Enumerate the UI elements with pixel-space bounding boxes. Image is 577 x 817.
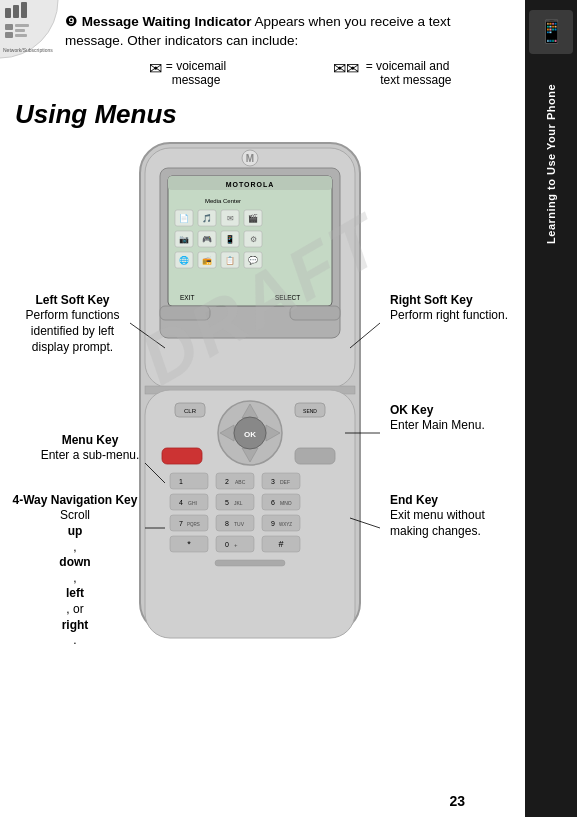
svg-text:🌐: 🌐 — [179, 255, 189, 265]
svg-text:DEF: DEF — [280, 479, 290, 485]
right-sidebar: 📱 Learning to Use Your Phone — [525, 0, 577, 817]
svg-text:M: M — [246, 153, 254, 164]
indicator-title: Message Waiting Indicator — [82, 14, 252, 29]
sidebar-icon-box: 📱 — [529, 10, 573, 54]
svg-text:OK: OK — [244, 430, 256, 439]
four-way-key-title: 4-Way Navigation Key — [10, 493, 140, 509]
svg-text:0: 0 — [225, 541, 229, 548]
right-soft-key-title: Right Soft Key — [390, 293, 520, 309]
menu-key-title: Menu Key — [40, 433, 140, 449]
svg-text:7: 7 — [179, 520, 183, 527]
svg-text:#: # — [278, 539, 283, 549]
svg-text:JKL: JKL — [234, 500, 243, 506]
svg-rect-96 — [215, 560, 285, 566]
svg-rect-47 — [290, 306, 340, 320]
svg-text:6: 6 — [271, 499, 275, 506]
svg-text:2: 2 — [225, 478, 229, 485]
ok-key-title: OK Key — [390, 403, 520, 419]
four-way-key-label: 4-Way Navigation Key Scroll up, down,lef… — [10, 493, 140, 649]
svg-text:9: 9 — [271, 520, 275, 527]
svg-text:TUV: TUV — [234, 521, 245, 527]
menu-key-body: Enter a sub-menu. — [41, 448, 140, 462]
svg-text:8: 8 — [225, 520, 229, 527]
using-menus-heading: Using Menus — [15, 99, 515, 130]
indicator-grid: ✉ = voicemailmessage ✉✉ = voicemail and … — [85, 59, 495, 87]
indicator-item-both: ✉✉ = voicemail and text message — [333, 59, 453, 87]
svg-text:🎵: 🎵 — [202, 213, 212, 223]
phone-icon: 📱 — [538, 19, 565, 45]
svg-text:✉: ✉ — [227, 214, 234, 223]
svg-text:EXIT: EXIT — [180, 294, 194, 301]
svg-text:📄: 📄 — [179, 213, 189, 223]
main-content: ❾ Message Waiting Indicator Appears when… — [0, 0, 525, 817]
end-key-title: End Key — [390, 493, 520, 509]
right-soft-key-body: Perform right function. — [390, 308, 508, 322]
svg-text:📷: 📷 — [179, 234, 189, 244]
indicator-section: ❾ Message Waiting Indicator Appears when… — [65, 13, 505, 87]
svg-text:🎮: 🎮 — [202, 234, 212, 244]
right-soft-key-label: Right Soft Key Perform right function. — [390, 293, 520, 324]
left-soft-key-title: Left Soft Key — [15, 293, 130, 309]
svg-text:🎬: 🎬 — [248, 213, 258, 223]
svg-rect-46 — [160, 306, 210, 320]
svg-rect-59 — [162, 448, 202, 464]
four-way-key-body: Scroll up, down,left, or right. — [10, 508, 140, 647]
both-symbol: ✉✉ — [333, 59, 359, 78]
svg-rect-63 — [170, 473, 208, 489]
svg-text:3: 3 — [271, 478, 275, 485]
end-key-label: End Key Exit menu without making changes… — [390, 493, 520, 540]
svg-text:Media Center: Media Center — [205, 198, 241, 204]
left-soft-key-label: Left Soft Key Perform functions identifi… — [15, 293, 130, 355]
left-soft-key-body: Perform functions identified by left dis… — [25, 308, 119, 353]
svg-text:5: 5 — [225, 499, 229, 506]
svg-rect-62 — [295, 448, 335, 464]
page-number: 23 — [449, 793, 465, 809]
svg-text:*: * — [187, 539, 191, 549]
voicemail-symbol: ✉ — [149, 59, 162, 78]
svg-text:SEND: SEND — [303, 408, 317, 414]
svg-text:PQRS: PQRS — [187, 522, 200, 527]
indicator-item-voicemail: ✉ = voicemailmessage — [128, 59, 248, 87]
indicator-number: ❾ — [65, 14, 82, 29]
voicemail-desc: = voicemailmessage — [166, 59, 226, 87]
menu-key-label: Menu Key Enter a sub-menu. — [40, 433, 140, 464]
indicator-text: ❾ Message Waiting Indicator Appears when… — [65, 13, 505, 51]
svg-text:📻: 📻 — [202, 255, 212, 265]
svg-text:1: 1 — [179, 478, 183, 485]
ok-key-body: Enter Main Menu. — [390, 418, 485, 432]
svg-text:MNO: MNO — [280, 500, 292, 506]
svg-text:📱: 📱 — [225, 234, 235, 244]
svg-text:CLR: CLR — [184, 408, 197, 414]
svg-text:ABC: ABC — [235, 479, 246, 485]
both-desc: = voicemail and text message — [363, 59, 451, 87]
ok-key-label: OK Key Enter Main Menu. — [390, 403, 520, 434]
sidebar-label: Learning to Use Your Phone — [545, 84, 557, 244]
svg-text:GHI: GHI — [188, 500, 197, 506]
phone-area: DRAFT M MOTOROLA Media Center — [10, 138, 530, 668]
svg-text:📋: 📋 — [225, 255, 235, 265]
phone-svg-container: M MOTOROLA Media Center — [120, 138, 380, 648]
end-key-body: Exit menu without making changes. — [390, 508, 485, 538]
svg-text:+: + — [234, 542, 238, 548]
svg-text:⚙: ⚙ — [250, 235, 257, 244]
svg-text:MOTOROLA: MOTOROLA — [226, 181, 275, 188]
svg-text:SELECT: SELECT — [275, 294, 300, 301]
svg-text:4: 4 — [179, 499, 183, 506]
svg-text:💬: 💬 — [248, 255, 258, 265]
svg-text:WXYZ: WXYZ — [279, 522, 292, 527]
